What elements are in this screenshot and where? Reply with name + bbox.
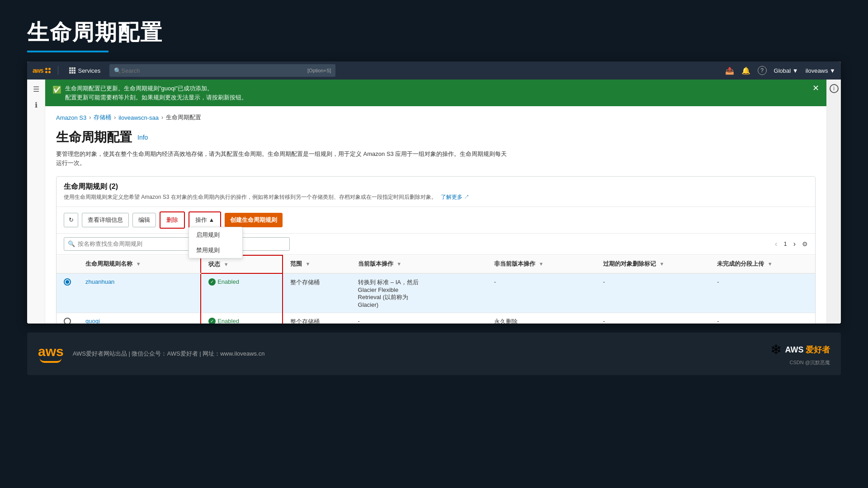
search-row: 🔍 ‹ 1 › ⚙ (57, 234, 815, 255)
sort-status-icon: ▼ (224, 262, 229, 267)
delete-button[interactable]: 删除 (161, 213, 184, 227)
page-number: 1 (783, 240, 787, 247)
view-details-button[interactable]: 查看详细信息 (82, 213, 129, 227)
disable-rule-item[interactable]: 禁用规则 (189, 243, 242, 258)
sort-noncurrent-icon: ▼ (538, 261, 543, 267)
footer-brand-text: AWS 爱好者 (785, 344, 830, 355)
refresh-button[interactable]: ↻ (64, 213, 78, 227)
footer: aws AWS爱好者网站出品 | 微信公众号：AWS爱好者 | 网址：www.i… (27, 333, 841, 375)
rules-card-desc: 使用生命周期规则来定义您希望 Amazon S3 在对象的生命周期内执行的操作，… (64, 193, 808, 201)
prev-page-button[interactable]: ‹ (772, 239, 780, 249)
title-underline (27, 51, 108, 52)
breadcrumb-buckets[interactable]: 存储桶 (94, 113, 111, 122)
console-content: ☰ ℹ ✅ 生命周期配置已更新。生命周期规则"guoqi"已成功添加。 配置更新… (27, 80, 841, 324)
help-icon[interactable]: ? (758, 66, 767, 75)
search-input[interactable] (121, 67, 307, 74)
th-expired-marker[interactable]: 过期的对象删除标记 ▼ (596, 255, 710, 273)
rules-card-title: 生命周期规则 (2) (64, 182, 808, 192)
sidebar-toggle: ☰ ℹ (27, 80, 45, 324)
sidebar-info-icon[interactable]: ℹ (35, 101, 38, 109)
table-settings-button[interactable]: ⚙ (802, 240, 808, 248)
banner-message-2: 配置更新可能需要稍等片刻。如果规则更改无法显示，请按刷新按钮。 (65, 93, 247, 102)
rules-toolbar: ↻ 查看详细信息 编辑 删除 (57, 207, 815, 234)
footer-logo-text: aws (38, 345, 64, 358)
th-noncurrent-action[interactable]: 非当前版本操作 ▼ (487, 255, 596, 273)
row2-status: Enabled (208, 318, 275, 324)
row1-select-cell[interactable] (57, 273, 78, 313)
row1-current-action: 转换到 标准 – IA，然后Glacier FlexibleRetrieval … (358, 278, 480, 308)
banner-message-1: 生命周期配置已更新。生命周期规则"guoqi"已成功添加。 (65, 84, 247, 93)
sort-scope-icon: ▼ (306, 261, 311, 267)
services-label: Services (78, 67, 100, 74)
table-header-row: 生命周期规则名称 ▼ 状态 ▼ 范围 ▼ (57, 255, 815, 273)
actions-button[interactable]: 操作 ▲ (190, 213, 220, 227)
aws-logo[interactable]: aws (33, 67, 51, 74)
pagination-controls: ‹ 1 › ⚙ (772, 239, 808, 249)
th-select (57, 255, 78, 273)
breadcrumb-s3[interactable]: Amazon S3 (56, 114, 86, 121)
banner-messages: 生命周期配置已更新。生命周期规则"guoqi"已成功添加。 配置更新可能需要稍等… (65, 84, 247, 102)
cloud-upload-icon[interactable]: 📤 (725, 66, 734, 75)
page-content: Amazon S3 › 存储桶 › iloveawscn-saa › 生命周期配… (45, 106, 826, 324)
create-rule-button[interactable]: 创建生命周期规则 (225, 213, 283, 227)
console-window: aws (27, 61, 841, 324)
main-area: ✅ 生命周期配置已更新。生命周期规则"guoqi"已成功添加。 配置更新可能需要… (45, 80, 826, 324)
search-icon: 🔍 (114, 67, 121, 74)
nav-services-button[interactable]: Services (66, 67, 104, 74)
row2-radio[interactable] (64, 318, 71, 324)
success-check-icon: ✅ (52, 84, 61, 95)
right-info-panel: i (826, 80, 841, 324)
row1-radio[interactable] (64, 278, 71, 286)
table-header: 生命周期规则名称 ▼ 状态 ▼ 范围 ▼ (57, 255, 815, 273)
actions-dropdown-wrapper: 操作 ▲ 启用规则 禁用规则 (189, 211, 221, 229)
table-row: zhuanhuan Enabled 整个存储桶 转换到 标准 – IA，然后Gl… (57, 273, 815, 313)
table-body: zhuanhuan Enabled 整个存储桶 转换到 标准 – IA，然后Gl… (57, 273, 815, 324)
search-shortcut: [Option+S] (307, 68, 331, 73)
fans-text: 爱好者 (806, 345, 830, 354)
breadcrumb-sep-3: › (161, 114, 163, 121)
breadcrumb: Amazon S3 › 存储桶 › iloveawscn-saa › 生命周期配… (56, 113, 816, 122)
success-banner: ✅ 生命周期配置已更新。生命周期规则"guoqi"已成功添加。 配置更新可能需要… (45, 80, 826, 106)
learn-more-link[interactable]: 了解更多 ↗ (441, 194, 469, 200)
actions-dropdown-menu: 启用规则 禁用规则 (189, 227, 243, 258)
row2-name-link[interactable]: guoqi (85, 318, 100, 324)
aws-fans-flower-icon: ❄ (770, 342, 782, 357)
global-selector[interactable]: Global ▼ (774, 67, 798, 74)
breadcrumb-sep-2: › (114, 114, 116, 121)
th-current-action[interactable]: 当前版本操作 ▼ (351, 255, 487, 273)
th-incomplete-upload[interactable]: 未完成的分段上传 ▼ (710, 255, 815, 273)
row1-scope-cell: 整个存储桶 (283, 273, 351, 313)
th-name[interactable]: 生命周期规则名称 ▼ (78, 255, 201, 273)
user-menu[interactable]: iloveaws ▼ (806, 67, 835, 74)
th-scope[interactable]: 范围 ▼ (283, 255, 351, 273)
footer-description: AWS爱好者网站出品 | 微信公众号：AWS爱好者 | 网址：www.ilove… (73, 349, 265, 359)
aws-logo-text: aws (33, 67, 43, 74)
nav-right-group: 📤 🔔 ? Global ▼ iloveaws ▼ (725, 66, 835, 75)
row1-expired-cell: - (596, 273, 710, 313)
edit-button[interactable]: 编辑 (132, 213, 156, 227)
right-info-icon[interactable]: i (830, 84, 839, 93)
row2-noncurrent-cell: 永久删除 (487, 313, 596, 324)
next-page-button[interactable]: › (791, 239, 798, 249)
footer-right: ❄ AWS 爱好者 CSDN @沉默恶魔 (770, 342, 830, 366)
breadcrumb-current: 生命周期配置 (166, 113, 201, 122)
breadcrumb-bucket-name[interactable]: iloveawscn-saa (118, 114, 159, 121)
footer-left: aws AWS爱好者网站出品 | 微信公众号：AWS爱好者 | 网址：www.i… (38, 345, 264, 363)
row2-select-cell[interactable] (57, 313, 78, 324)
row2-status-cell: Enabled (201, 313, 283, 324)
bell-icon[interactable]: 🔔 (741, 66, 750, 75)
content-header: 生命周期配置 Info (56, 129, 816, 146)
info-link[interactable]: Info (137, 134, 148, 141)
sort-name-icon: ▼ (136, 261, 141, 267)
rules-table: 生命周期规则名称 ▼ 状态 ▼ 范围 ▼ (57, 255, 815, 324)
rules-search-input[interactable] (78, 240, 286, 247)
row1-name-link[interactable]: zhuanhuan (85, 278, 114, 285)
row2-name-cell: guoqi (78, 313, 201, 324)
nav-search-bar[interactable]: 🔍 [Option+S] (109, 64, 335, 77)
enable-rule-item[interactable]: 启用规则 (189, 227, 242, 243)
row1-noncurrent-cell: - (487, 273, 596, 313)
banner-close-button[interactable]: ✕ (812, 84, 819, 92)
search-wrap[interactable]: 🔍 (64, 237, 290, 251)
breadcrumb-sep-1: › (89, 114, 91, 121)
menu-icon[interactable]: ☰ (33, 85, 39, 94)
